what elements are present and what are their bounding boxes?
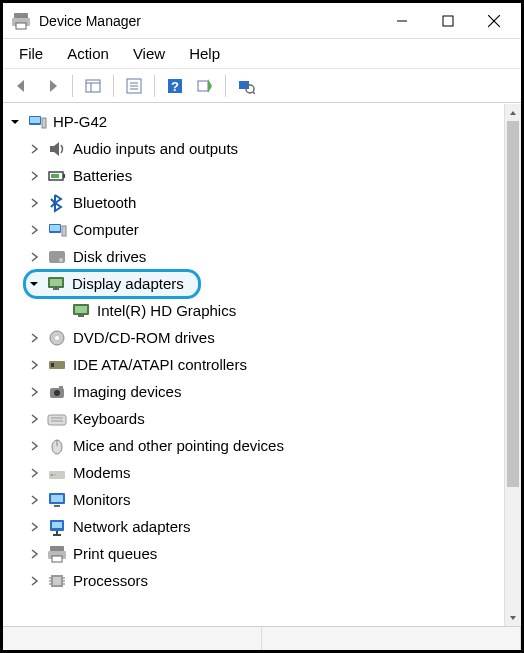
scroll-thumb[interactable] [507, 121, 519, 487]
properties-button[interactable] [120, 72, 148, 100]
expand-spacer [51, 303, 67, 319]
item-label: Batteries [73, 167, 132, 184]
toolbar-separator [113, 75, 114, 97]
maximize-button[interactable] [425, 5, 471, 37]
item-label: Keyboards [73, 410, 145, 427]
ide-icon [47, 355, 67, 375]
bluetooth-icon [47, 193, 67, 213]
expand-icon[interactable] [27, 249, 43, 265]
menu-file[interactable]: File [9, 43, 53, 64]
svg-rect-48 [86, 80, 100, 92]
tree-item-keyboards[interactable]: Keyboards [3, 405, 504, 432]
expand-icon[interactable] [27, 168, 43, 184]
expand-icon[interactable] [27, 384, 43, 400]
scan-hardware-button[interactable] [232, 72, 260, 100]
display-icon [46, 274, 66, 294]
battery-icon [47, 166, 67, 186]
mouse-icon [47, 436, 67, 456]
tree-root[interactable]: HP-G42 [3, 108, 504, 135]
modem-icon [47, 463, 67, 483]
action-button[interactable] [191, 72, 219, 100]
tree-root-label: HP-G42 [53, 113, 107, 130]
item-label: Bluetooth [73, 194, 136, 211]
highlight-ring: Display adapters [23, 269, 201, 299]
svg-rect-45 [443, 16, 453, 26]
item-label: Network adapters [73, 518, 191, 535]
expand-icon[interactable] [27, 492, 43, 508]
expand-icon[interactable] [27, 465, 43, 481]
tree-item-processors[interactable]: Processors [3, 567, 504, 594]
tree-item-print-queues[interactable]: Print queues [3, 540, 504, 567]
menubar: File Action View Help [3, 39, 521, 69]
menu-action[interactable]: Action [57, 43, 119, 64]
tree-item-ide[interactable]: IDE ATA/ATAPI controllers [3, 351, 504, 378]
tree-item-dvd[interactable]: DVD/CD-ROM drives [3, 324, 504, 351]
close-button[interactable] [471, 5, 517, 37]
expand-icon[interactable] [7, 114, 23, 130]
vertical-scrollbar[interactable] [504, 104, 521, 626]
expand-icon[interactable] [27, 519, 43, 535]
item-label: Disk drives [73, 248, 146, 265]
statusbar [3, 626, 521, 650]
tree-item-bluetooth[interactable]: Bluetooth [3, 189, 504, 216]
expand-icon[interactable] [27, 573, 43, 589]
expand-icon[interactable] [27, 411, 43, 427]
minimize-button[interactable] [379, 5, 425, 37]
item-label: Processors [73, 572, 148, 589]
item-label: Imaging devices [73, 383, 181, 400]
device-tree[interactable]: HP-G42 Audio inputs and outputs Batterie… [3, 104, 504, 626]
show-hide-console-button[interactable] [79, 72, 107, 100]
svg-rect-57 [198, 81, 208, 91]
expand-icon[interactable] [27, 357, 43, 373]
item-label: Monitors [73, 491, 131, 508]
titlebar: Device Manager [3, 3, 521, 39]
cpu-icon [47, 571, 67, 591]
expand-icon[interactable] [27, 195, 43, 211]
item-label: Audio inputs and outputs [73, 140, 238, 157]
dvd-icon [47, 328, 67, 348]
tree-item-network[interactable]: Network adapters [3, 513, 504, 540]
tree-item-disk-drives[interactable]: Disk drives [3, 243, 504, 270]
toolbar-separator [154, 75, 155, 97]
tree-item-imaging[interactable]: Imaging devices [3, 378, 504, 405]
menu-help[interactable]: Help [179, 43, 230, 64]
keyboard-icon [47, 409, 67, 429]
tree-item-display-adapters[interactable]: Display adapters [3, 270, 504, 297]
tree-item-batteries[interactable]: Batteries [3, 162, 504, 189]
item-label: Computer [73, 221, 139, 238]
item-label: Display adapters [72, 275, 184, 292]
tree-item-mice[interactable]: Mice and other pointing devices [3, 432, 504, 459]
window-title: Device Manager [39, 13, 379, 29]
tree-item-intel-hd-graphics[interactable]: Intel(R) HD Graphics [3, 297, 504, 324]
scroll-up-icon[interactable] [505, 104, 521, 121]
toolbar-separator [225, 75, 226, 97]
item-label: Modems [73, 464, 131, 481]
help-button[interactable]: ? [161, 72, 189, 100]
item-label: DVD/CD-ROM drives [73, 329, 215, 346]
tree-item-monitors[interactable]: Monitors [3, 486, 504, 513]
tree-item-modems[interactable]: Modems [3, 459, 504, 486]
expand-icon[interactable] [27, 546, 43, 562]
tree-item-audio[interactable]: Audio inputs and outputs [3, 135, 504, 162]
toolbar-separator [72, 75, 73, 97]
tree-item-computer[interactable]: Computer [3, 216, 504, 243]
svg-line-60 [253, 92, 255, 94]
forward-button[interactable] [38, 72, 66, 100]
svg-text:?: ? [171, 79, 179, 94]
collapse-icon[interactable] [26, 276, 42, 292]
expand-icon[interactable] [27, 141, 43, 157]
expand-icon[interactable] [27, 222, 43, 238]
network-icon [47, 517, 67, 537]
audio-icon [47, 139, 67, 159]
disk-icon [47, 247, 67, 267]
item-label: Mice and other pointing devices [73, 437, 284, 454]
expand-icon[interactable] [27, 330, 43, 346]
back-button[interactable] [8, 72, 36, 100]
scroll-down-icon[interactable] [505, 609, 521, 626]
scroll-track[interactable] [505, 121, 521, 609]
menu-view[interactable]: View [123, 43, 175, 64]
imaging-icon [47, 382, 67, 402]
computer-icon [27, 112, 47, 132]
expand-icon[interactable] [27, 438, 43, 454]
printer-icon [47, 544, 67, 564]
